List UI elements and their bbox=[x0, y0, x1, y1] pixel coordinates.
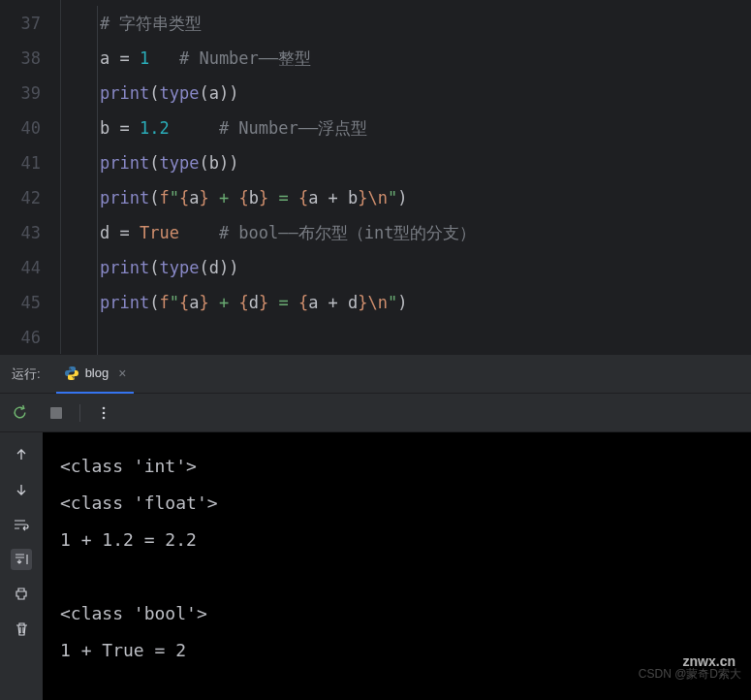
python-icon bbox=[64, 366, 79, 381]
svg-point-3 bbox=[103, 416, 106, 419]
scroll-to-end-icon[interactable] bbox=[11, 549, 32, 570]
more-icon[interactable] bbox=[94, 403, 113, 423]
line-number: 45 bbox=[0, 285, 41, 320]
code-line[interactable]: print(type(d)) bbox=[61, 250, 751, 285]
code-editor[interactable]: 37383940414243444546 # 字符串类型a = 1 # Numb… bbox=[0, 0, 751, 354]
run-tab-bar: 运行: blog × bbox=[0, 355, 751, 394]
code-line[interactable]: print(f"{a} + {b} = {a + b}\n") bbox=[61, 180, 751, 215]
output-content[interactable]: <class 'int'> <class 'float'> 1 + 1.2 = … bbox=[43, 432, 751, 700]
run-panel: 运行: blog × bbox=[0, 354, 751, 700]
code-line[interactable]: print(f"{a} + {d} = {a + d}\n") bbox=[61, 285, 751, 320]
line-number: 44 bbox=[0, 250, 41, 285]
stop-icon[interactable] bbox=[47, 403, 66, 423]
code-line[interactable]: print(type(b)) bbox=[61, 145, 751, 180]
code-line[interactable]: print(type(a)) bbox=[61, 76, 751, 111]
tab-label: blog bbox=[85, 366, 110, 380]
rerun-icon[interactable] bbox=[10, 403, 29, 423]
svg-point-1 bbox=[103, 406, 106, 409]
output-toolbar bbox=[0, 394, 751, 432]
watermark-sub: CSDN @蒙奇D索大 bbox=[639, 666, 741, 683]
line-number-gutter: 37383940414243444546 bbox=[0, 0, 60, 354]
tab-blog[interactable]: blog × bbox=[56, 355, 135, 394]
run-label: 运行: bbox=[12, 366, 41, 383]
code-line[interactable]: # 字符串类型 bbox=[61, 6, 751, 41]
svg-rect-0 bbox=[50, 407, 62, 419]
scroll-up-icon[interactable] bbox=[11, 444, 32, 465]
toolbar-separator bbox=[79, 404, 80, 422]
line-number: 42 bbox=[0, 180, 41, 215]
print-icon[interactable] bbox=[11, 584, 32, 605]
line-number: 39 bbox=[0, 76, 41, 111]
line-number: 46 bbox=[0, 320, 41, 355]
line-number: 37 bbox=[0, 6, 41, 41]
scroll-down-icon[interactable] bbox=[11, 479, 32, 500]
code-line[interactable] bbox=[61, 320, 751, 355]
output-sidebar bbox=[0, 432, 43, 700]
code-line[interactable]: a = 1 # Number——整型 bbox=[61, 41, 751, 76]
trash-icon[interactable] bbox=[11, 619, 32, 640]
soft-wrap-icon[interactable] bbox=[11, 514, 32, 535]
close-icon[interactable]: × bbox=[118, 366, 126, 381]
svg-point-2 bbox=[103, 411, 106, 414]
code-line[interactable]: b = 1.2 # Number——浮点型 bbox=[61, 111, 751, 145]
line-number: 43 bbox=[0, 215, 41, 250]
line-number: 41 bbox=[0, 145, 41, 180]
line-number: 38 bbox=[0, 41, 41, 76]
code-content[interactable]: # 字符串类型a = 1 # Number——整型print(type(a))b… bbox=[60, 0, 751, 354]
line-number: 40 bbox=[0, 111, 41, 145]
code-line[interactable]: d = True # bool——布尔型（int型的分支） bbox=[61, 215, 751, 250]
